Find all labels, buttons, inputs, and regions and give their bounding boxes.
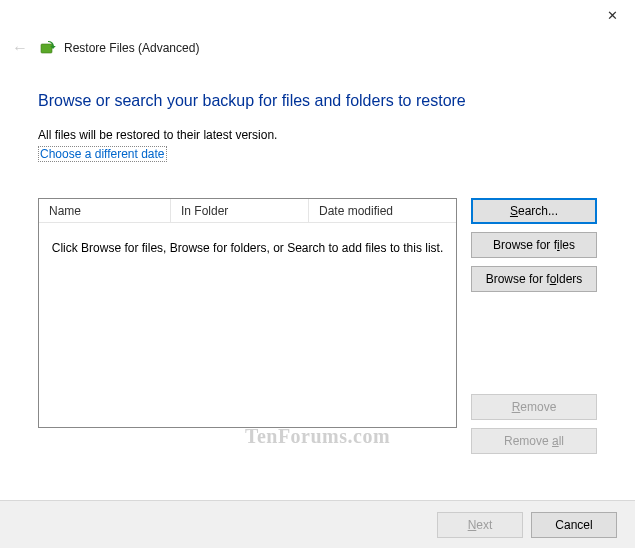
next-button: Next xyxy=(437,512,523,538)
mid-row: Name In Folder Date modified Click Brows… xyxy=(38,198,597,462)
content: Browse or search your backup for files a… xyxy=(0,66,635,462)
sub-text: All files will be restored to their late… xyxy=(38,128,597,142)
browse-files-button[interactable]: Browse for files xyxy=(471,232,597,258)
titlebar: ✕ xyxy=(0,0,635,30)
close-icon: ✕ xyxy=(607,8,618,23)
column-name[interactable]: Name xyxy=(39,199,171,222)
choose-date-link[interactable]: Choose a different date xyxy=(38,146,167,162)
svg-rect-0 xyxy=(41,44,52,53)
listview-empty-message: Click Browse for files, Browse for folde… xyxy=(39,223,456,255)
search-button[interactable]: Search... xyxy=(471,198,597,224)
side-buttons: Search... Browse for files Browse for fo… xyxy=(471,198,597,462)
header: ← Restore Files (Advanced) xyxy=(0,30,635,66)
footer: Next Cancel xyxy=(0,500,635,548)
close-button[interactable]: ✕ xyxy=(589,0,635,30)
button-spacer xyxy=(471,300,597,394)
remove-button: Remove xyxy=(471,394,597,420)
listview-header: Name In Folder Date modified xyxy=(39,199,456,223)
app-icon xyxy=(40,40,56,56)
remove-all-button: Remove all xyxy=(471,428,597,454)
file-listview[interactable]: Name In Folder Date modified Click Brows… xyxy=(38,198,457,428)
cancel-button[interactable]: Cancel xyxy=(531,512,617,538)
app-title: Restore Files (Advanced) xyxy=(64,41,199,55)
column-folder[interactable]: In Folder xyxy=(171,199,309,222)
column-date[interactable]: Date modified xyxy=(309,199,456,222)
page-title: Browse or search your backup for files a… xyxy=(38,92,597,110)
back-arrow-icon: ← xyxy=(8,39,32,57)
browse-folders-button[interactable]: Browse for folders xyxy=(471,266,597,292)
